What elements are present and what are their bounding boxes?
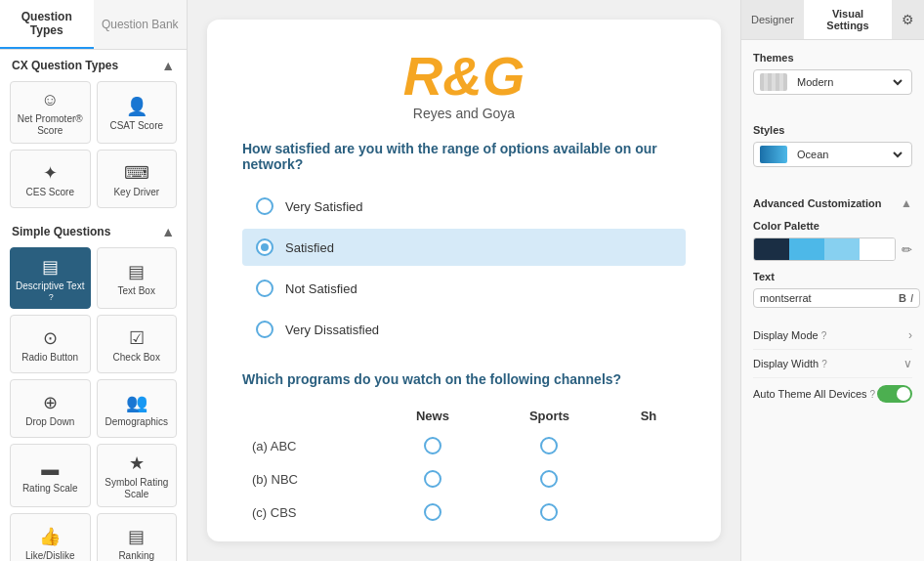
like-dislike-icon: 👍 bbox=[39, 526, 61, 547]
row-abc-sh bbox=[611, 429, 686, 462]
gear-icon[interactable]: ⚙ bbox=[892, 0, 924, 39]
option-not-satisfied[interactable]: Not Satisfied bbox=[242, 270, 686, 307]
palette-seg-white bbox=[860, 238, 895, 260]
advanced-collapse-icon[interactable]: ▲ bbox=[901, 196, 912, 210]
left-panel: Question Types Question Bank CX Question… bbox=[0, 0, 188, 561]
styles-section: Styles Ocean bbox=[741, 112, 924, 185]
check-box-label: Check Box bbox=[113, 352, 160, 364]
display-width-chevron[interactable]: ∨ bbox=[903, 357, 912, 370]
like-dislike-label: Like/Dislike bbox=[25, 550, 75, 562]
q-item-radio-button[interactable]: ⊙ Radio Button bbox=[10, 315, 91, 373]
row-cbs-sh bbox=[611, 496, 686, 529]
cx-collapse-icon[interactable]: ▲ bbox=[161, 58, 175, 73]
themes-select[interactable]: Modern bbox=[793, 75, 905, 89]
italic-button[interactable]: I bbox=[910, 292, 913, 304]
row-cbs-label: (c) CBS bbox=[242, 496, 378, 529]
radio-satisfied bbox=[256, 238, 273, 256]
option-very-dissatisfied[interactable]: Very Dissatisfied bbox=[242, 311, 686, 348]
q-item-demographics[interactable]: 👥 Demographics bbox=[97, 379, 178, 438]
palette-seg-dark bbox=[754, 238, 789, 260]
tab-visual-settings[interactable]: Visual Settings bbox=[804, 0, 892, 39]
q-item-symbol-rating[interactable]: ★ Symbol Rating Scale bbox=[97, 444, 178, 507]
row-nbc-sports[interactable] bbox=[487, 462, 611, 496]
main-area: R&G Reyes and Goya How satisfied are you… bbox=[188, 0, 740, 561]
q-item-key-driver[interactable]: ⌨ Key Driver bbox=[97, 150, 178, 208]
matrix-col-news: News bbox=[378, 403, 487, 429]
ces-label: CES Score bbox=[26, 187, 74, 198]
right-tabs: Designer Visual Settings ⚙ bbox=[741, 0, 924, 40]
display-mode-help-icon[interactable]: ? bbox=[821, 330, 827, 341]
q-item-ces[interactable]: ✦ CES Score bbox=[10, 150, 91, 208]
q-item-csat[interactable]: 👤 CSAT Score bbox=[97, 81, 178, 144]
display-width-help-icon[interactable]: ? bbox=[821, 359, 827, 369]
row-abc-sports[interactable] bbox=[487, 429, 611, 462]
question2-section: Which programs do you watch on the follo… bbox=[242, 371, 686, 529]
display-width-label: Display Width bbox=[753, 358, 819, 369]
help-badge: ? bbox=[49, 292, 54, 302]
themes-select-row: Modern bbox=[753, 69, 912, 95]
text-box-icon: ▤ bbox=[128, 261, 145, 282]
q-item-drop-down[interactable]: ⊕ Drop Down bbox=[10, 379, 91, 438]
display-width-row: Display Width ? ∨ bbox=[753, 350, 912, 378]
q-item-text-box[interactable]: ▤ Text Box bbox=[97, 247, 178, 309]
ranking-icon: ▤ bbox=[128, 526, 145, 547]
table-row: (c) CBS bbox=[242, 496, 686, 529]
q-item-nps[interactable]: ☺ Net Promoter® Score bbox=[10, 81, 91, 144]
matrix-table: News Sports Sh (a) ABC (b bbox=[242, 403, 686, 529]
radio-button-icon: ⊙ bbox=[43, 327, 58, 349]
palette-seg-light bbox=[824, 238, 860, 260]
color-palette-label: Color Palette bbox=[753, 220, 912, 232]
check-box-icon: ☑ bbox=[129, 327, 145, 349]
descriptive-text-icon: ▤ bbox=[42, 256, 59, 278]
display-mode-row: Display Mode ? › bbox=[753, 322, 912, 350]
auto-theme-toggle[interactable] bbox=[877, 385, 912, 403]
styles-select[interactable]: Ocean bbox=[793, 148, 905, 161]
q-item-like-dislike[interactable]: 👍 Like/Dislike bbox=[10, 513, 91, 561]
label-not-satisfied: Not Satisfied bbox=[285, 281, 357, 296]
styles-preview bbox=[760, 146, 787, 163]
tab-designer[interactable]: Designer bbox=[741, 0, 804, 39]
question2-text: Which programs do you watch on the follo… bbox=[242, 371, 686, 387]
symbol-rating-icon: ★ bbox=[129, 453, 145, 474]
option-satisfied[interactable]: Satisfied bbox=[242, 229, 686, 266]
palette-seg-blue bbox=[789, 238, 824, 260]
label-very-satisfied: Very Satisfied bbox=[285, 199, 363, 214]
row-abc-label: (a) ABC bbox=[242, 429, 378, 462]
radio-not-satisfied bbox=[256, 280, 273, 297]
table-row: (b) NBC bbox=[242, 462, 686, 496]
tab-question-types[interactable]: Question Types bbox=[0, 0, 94, 49]
label-satisfied: Satisfied bbox=[285, 240, 334, 255]
row-abc-news[interactable] bbox=[378, 429, 487, 462]
q-item-descriptive-text[interactable]: ▤ Descriptive Text ? bbox=[10, 247, 91, 309]
csat-icon: 👤 bbox=[126, 96, 147, 117]
row-cbs-sports[interactable] bbox=[487, 496, 611, 529]
font-input[interactable] bbox=[760, 292, 895, 304]
palette-edit-icon[interactable]: ✏ bbox=[902, 242, 912, 257]
option-very-satisfied[interactable]: Very Satisfied bbox=[242, 188, 686, 225]
radio-very-dissatisfied bbox=[256, 321, 273, 338]
styles-label: Styles bbox=[753, 124, 912, 136]
demographics-icon: 👥 bbox=[126, 392, 147, 413]
matrix-col-empty bbox=[242, 403, 378, 429]
q-item-rating-scale[interactable]: ▬ Rating Scale bbox=[10, 444, 91, 507]
simple-section-header: Simple Questions ▲ bbox=[0, 216, 187, 243]
cx-section-label: CX Question Types bbox=[12, 59, 118, 72]
brand-rg-logo: R&G bbox=[242, 49, 686, 104]
bold-button[interactable]: B bbox=[899, 292, 906, 304]
auto-theme-help-icon[interactable]: ? bbox=[870, 389, 876, 400]
row-nbc-sh bbox=[611, 462, 686, 496]
matrix-col-sports: Sports bbox=[487, 403, 611, 429]
radio-very-satisfied bbox=[256, 197, 273, 215]
display-mode-arrow[interactable]: › bbox=[908, 328, 912, 342]
drop-down-icon: ⊕ bbox=[43, 392, 58, 413]
simple-collapse-icon[interactable]: ▲ bbox=[161, 224, 175, 239]
survey-canvas: R&G Reyes and Goya How satisfied are you… bbox=[188, 0, 740, 561]
radio-button-label: Radio Button bbox=[21, 352, 78, 364]
row-cbs-news[interactable] bbox=[378, 496, 487, 529]
palette-bar bbox=[753, 237, 896, 261]
cx-section-header: CX Question Types ▲ bbox=[0, 50, 187, 77]
q-item-ranking[interactable]: ▤ Ranking bbox=[97, 513, 178, 561]
tab-question-bank[interactable]: Question Bank bbox=[94, 0, 188, 49]
row-nbc-news[interactable] bbox=[378, 462, 487, 496]
q-item-check-box[interactable]: ☑ Check Box bbox=[97, 315, 178, 373]
